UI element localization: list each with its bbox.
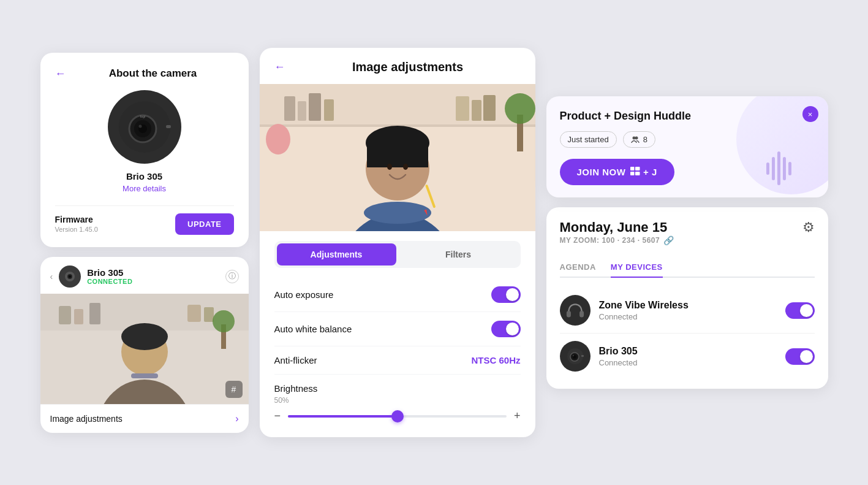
calendar-card: Monday, June 15 MY ZOOM: 100 · 234 · 560… bbox=[546, 207, 828, 389]
brightness-decrease[interactable]: − bbox=[274, 410, 281, 422]
tab-filters[interactable]: Filters bbox=[399, 243, 518, 265]
anti-flicker-row: Anti-flicker NTSC 60Hz bbox=[274, 346, 521, 375]
headphones-icon bbox=[560, 295, 591, 326]
firmware-info: Firmware Version 1.45.0 bbox=[55, 215, 98, 233]
info-icon[interactable]: ⓘ bbox=[225, 270, 239, 283]
svg-point-14 bbox=[121, 323, 168, 350]
svg-rect-48 bbox=[635, 167, 640, 170]
device-thumbnail bbox=[59, 265, 81, 288]
anti-flicker-value[interactable]: NTSC 60Hz bbox=[471, 355, 520, 365]
settings-list: Auto exposure Auto white balance Anti-fl… bbox=[260, 278, 535, 437]
about-camera-title: About the camera bbox=[72, 67, 234, 80]
brio-status: Connected bbox=[599, 358, 777, 367]
join-now-button[interactable]: JOIN NOW + J bbox=[560, 159, 674, 185]
join-btn-shortcut: + J bbox=[630, 167, 657, 177]
left-column: ← About the camera logi bbox=[40, 53, 249, 433]
image-adjustments-label: Image adjustments bbox=[50, 414, 123, 424]
device-row-zone-vibe: Zone Vibe Wireless Connected bbox=[560, 288, 815, 334]
svg-point-57 bbox=[573, 355, 574, 356]
svg-point-35 bbox=[266, 124, 290, 155]
sound-wave bbox=[766, 151, 791, 185]
brightness-percent: 50% bbox=[274, 396, 521, 405]
video-preview-svg bbox=[260, 84, 535, 231]
meeting-title: Product + Design Huddle bbox=[560, 110, 695, 123]
brightness-slider-row: − + bbox=[274, 410, 521, 422]
calendar-tabs-row: AGENDA MY DEVICES bbox=[560, 258, 815, 278]
tab-agenda[interactable]: AGENDA bbox=[560, 258, 596, 278]
svg-rect-30 bbox=[456, 96, 469, 121]
wave-bar-3 bbox=[777, 151, 780, 185]
wave-bar-4 bbox=[783, 157, 786, 180]
chevron-right-icon: › bbox=[235, 413, 238, 424]
middle-column: ← Image adjustments bbox=[260, 48, 535, 437]
participants-icon bbox=[631, 136, 640, 144]
svg-rect-26 bbox=[284, 96, 295, 121]
svg-rect-50 bbox=[635, 172, 640, 175]
zone-vibe-toggle-knob bbox=[800, 304, 813, 317]
brio-name: Brio 305 bbox=[599, 346, 777, 357]
connected-device-name: Brio 305 bbox=[87, 267, 132, 278]
close-meeting-button[interactable]: × bbox=[802, 106, 818, 122]
adjustments-tabs: Adjustments Filters bbox=[274, 241, 521, 268]
preview-svg bbox=[40, 294, 249, 404]
auto-exposure-toggle[interactable] bbox=[491, 286, 521, 303]
wave-bar-2 bbox=[772, 157, 775, 180]
nav-back-icon[interactable]: ‹ bbox=[50, 272, 53, 281]
device-name-status: Brio 305 CONNECTED bbox=[87, 267, 132, 285]
adjustments-header: ← Image adjustments bbox=[260, 48, 535, 84]
svg-point-44 bbox=[403, 164, 408, 170]
svg-rect-17 bbox=[74, 309, 83, 324]
anti-flicker-label: Anti-flicker bbox=[274, 355, 317, 365]
adjustments-card: ← Image adjustments bbox=[260, 48, 535, 437]
auto-exposure-label: Auto exposure bbox=[274, 289, 334, 300]
calendar-date-section: Monday, June 15 MY ZOOM: 100 · 234 · 560… bbox=[560, 220, 674, 255]
svg-rect-31 bbox=[472, 100, 481, 121]
auto-white-balance-toggle[interactable] bbox=[491, 321, 521, 337]
svg-rect-52 bbox=[579, 311, 584, 318]
svg-point-34 bbox=[505, 93, 535, 124]
brightness-thumb[interactable] bbox=[391, 410, 404, 422]
svg-rect-6 bbox=[166, 125, 171, 128]
toggle-knob-2 bbox=[506, 323, 519, 335]
calendar-date: Monday, June 15 bbox=[560, 220, 674, 235]
brightness-header: Brightness bbox=[274, 383, 521, 394]
zone-vibe-toggle[interactable] bbox=[785, 302, 815, 319]
right-column: × Product + Design Huddle Just started 8… bbox=[546, 96, 828, 389]
image-adjustments-row[interactable]: Image adjustments › bbox=[40, 404, 249, 433]
back-arrow-icon[interactable]: ← bbox=[55, 67, 66, 80]
update-button[interactable]: UPDATE bbox=[175, 213, 233, 235]
brio-icon bbox=[560, 341, 591, 372]
participants-count: 8 bbox=[643, 135, 647, 144]
camera-image: logi bbox=[108, 90, 181, 164]
hash-badge[interactable]: # bbox=[225, 381, 243, 398]
brio-toggle-knob bbox=[800, 350, 813, 363]
settings-gear-icon[interactable]: ⚙ bbox=[802, 220, 815, 235]
connected-device-card: ‹ Brio 305 CONNECTED ⓘ bbox=[40, 257, 249, 433]
svg-rect-18 bbox=[89, 303, 100, 324]
about-camera-header: ← About the camera bbox=[55, 67, 234, 80]
device-row-brio: Brio 305 Connected bbox=[560, 334, 815, 379]
brio-toggle[interactable] bbox=[785, 348, 815, 365]
firmware-row: Firmware Version 1.45.0 UPDATE bbox=[55, 205, 234, 235]
svg-rect-32 bbox=[483, 95, 496, 121]
more-details-link[interactable]: More details bbox=[55, 184, 234, 193]
zone-vibe-name: Zone Vibe Wireless bbox=[599, 300, 777, 311]
join-btn-label: JOIN NOW bbox=[577, 167, 626, 177]
auto-white-balance-row: Auto white balance bbox=[274, 312, 521, 346]
brightness-section: Brightness 50% − + bbox=[274, 375, 521, 425]
connected-status-badge: CONNECTED bbox=[87, 278, 132, 285]
brightness-track[interactable] bbox=[288, 415, 507, 418]
connected-header: ‹ Brio 305 CONNECTED ⓘ bbox=[40, 257, 249, 294]
svg-rect-15 bbox=[131, 373, 158, 378]
adj-back-icon[interactable]: ← bbox=[274, 61, 285, 74]
svg-point-4 bbox=[138, 124, 142, 128]
svg-rect-49 bbox=[630, 172, 635, 175]
camera-image-container: logi bbox=[55, 90, 234, 164]
brightness-increase[interactable]: + bbox=[514, 410, 521, 422]
wave-bar-5 bbox=[788, 162, 791, 175]
link-icon[interactable]: 🔗 bbox=[663, 235, 674, 245]
tab-my-devices[interactable]: MY DEVICES bbox=[611, 258, 663, 278]
tab-adjustments[interactable]: Adjustments bbox=[277, 243, 396, 265]
auto-exposure-row: Auto exposure bbox=[274, 278, 521, 312]
svg-text:logi: logi bbox=[140, 115, 145, 118]
